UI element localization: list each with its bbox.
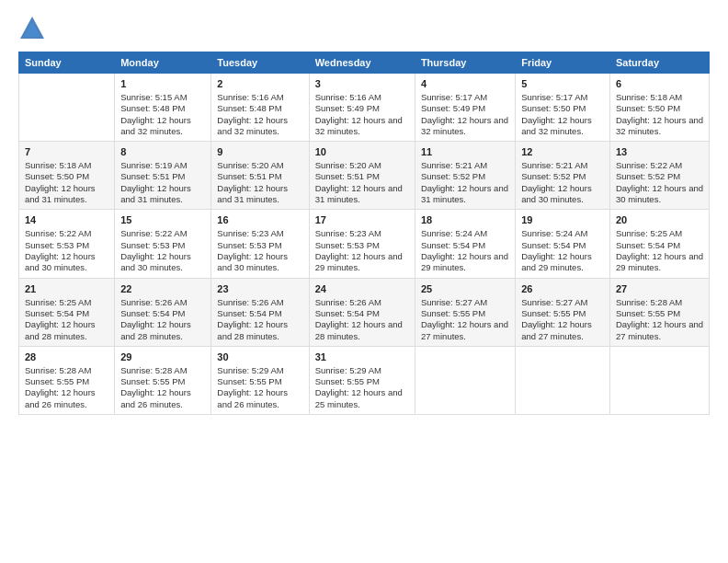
day-number: 25 xyxy=(421,282,509,296)
day-number: 9 xyxy=(217,145,302,159)
calendar-cell: 30Sunrise: 5:29 AMSunset: 5:55 PMDayligh… xyxy=(211,346,309,414)
day-number: 28 xyxy=(25,350,108,364)
calendar-cell: 3Sunrise: 5:16 AMSunset: 5:49 PMDaylight… xyxy=(309,74,415,142)
cell-info: Sunrise: 5:17 AMSunset: 5:50 PMDaylight:… xyxy=(521,92,604,137)
day-number: 26 xyxy=(521,282,604,296)
calendar-cell: 11Sunrise: 5:21 AMSunset: 5:52 PMDayligh… xyxy=(415,142,515,210)
cell-info: Sunrise: 5:17 AMSunset: 5:49 PMDaylight:… xyxy=(421,92,509,137)
day-number: 16 xyxy=(217,213,302,227)
weekday-header: Saturday xyxy=(609,52,709,74)
calendar-cell: 1Sunrise: 5:15 AMSunset: 5:48 PMDaylight… xyxy=(115,74,211,142)
logo xyxy=(18,15,50,42)
cell-info: Sunrise: 5:26 AMSunset: 5:54 PMDaylight:… xyxy=(217,297,302,342)
day-number: 6 xyxy=(616,77,703,91)
day-number: 19 xyxy=(521,213,604,227)
cell-info: Sunrise: 5:27 AMSunset: 5:55 PMDaylight:… xyxy=(421,297,509,342)
header-row: SundayMondayTuesdayWednesdayThursdayFrid… xyxy=(19,52,710,74)
calendar-cell: 27Sunrise: 5:28 AMSunset: 5:55 PMDayligh… xyxy=(609,278,709,346)
day-number: 22 xyxy=(120,282,205,296)
calendar-cell: 26Sunrise: 5:27 AMSunset: 5:55 PMDayligh… xyxy=(516,278,610,346)
cell-info: Sunrise: 5:16 AMSunset: 5:48 PMDaylight:… xyxy=(217,92,302,137)
day-number: 24 xyxy=(315,282,409,296)
calendar-week-row: 14Sunrise: 5:22 AMSunset: 5:53 PMDayligh… xyxy=(19,210,710,278)
cell-info: Sunrise: 5:16 AMSunset: 5:49 PMDaylight:… xyxy=(315,92,409,137)
calendar-week-row: 1Sunrise: 5:15 AMSunset: 5:48 PMDaylight… xyxy=(19,74,710,142)
calendar-cell: 5Sunrise: 5:17 AMSunset: 5:50 PMDaylight… xyxy=(516,74,610,142)
calendar-cell: 10Sunrise: 5:20 AMSunset: 5:51 PMDayligh… xyxy=(309,142,415,210)
weekday-header: Monday xyxy=(115,52,211,74)
day-number: 29 xyxy=(120,350,205,364)
day-number: 31 xyxy=(315,350,409,364)
day-number: 21 xyxy=(25,282,108,296)
calendar-cell xyxy=(415,346,515,414)
cell-info: Sunrise: 5:18 AMSunset: 5:50 PMDaylight:… xyxy=(25,160,108,205)
cell-info: Sunrise: 5:21 AMSunset: 5:52 PMDaylight:… xyxy=(521,160,604,205)
calendar-cell: 16Sunrise: 5:23 AMSunset: 5:53 PMDayligh… xyxy=(211,210,309,278)
calendar-cell: 13Sunrise: 5:22 AMSunset: 5:52 PMDayligh… xyxy=(609,142,709,210)
day-number: 7 xyxy=(25,145,108,159)
logo-icon xyxy=(18,15,46,42)
cell-info: Sunrise: 5:24 AMSunset: 5:54 PMDaylight:… xyxy=(521,228,604,273)
calendar-cell xyxy=(19,74,115,142)
day-number: 4 xyxy=(421,77,509,91)
calendar-cell: 24Sunrise: 5:26 AMSunset: 5:54 PMDayligh… xyxy=(309,278,415,346)
calendar-cell: 4Sunrise: 5:17 AMSunset: 5:49 PMDaylight… xyxy=(415,74,515,142)
cell-info: Sunrise: 5:25 AMSunset: 5:54 PMDaylight:… xyxy=(616,228,703,273)
cell-info: Sunrise: 5:18 AMSunset: 5:50 PMDaylight:… xyxy=(616,92,703,137)
cell-info: Sunrise: 5:20 AMSunset: 5:51 PMDaylight:… xyxy=(217,160,302,205)
cell-info: Sunrise: 5:26 AMSunset: 5:54 PMDaylight:… xyxy=(315,297,409,342)
calendar-cell: 28Sunrise: 5:28 AMSunset: 5:55 PMDayligh… xyxy=(19,346,115,414)
cell-info: Sunrise: 5:22 AMSunset: 5:53 PMDaylight:… xyxy=(25,228,108,273)
main-container: SundayMondayTuesdayWednesdayThursdayFrid… xyxy=(0,0,728,424)
cell-info: Sunrise: 5:15 AMSunset: 5:48 PMDaylight:… xyxy=(120,92,205,137)
calendar-cell xyxy=(516,346,610,414)
day-number: 18 xyxy=(421,213,509,227)
cell-info: Sunrise: 5:23 AMSunset: 5:53 PMDaylight:… xyxy=(315,228,409,273)
calendar-cell: 29Sunrise: 5:28 AMSunset: 5:55 PMDayligh… xyxy=(115,346,211,414)
day-number: 14 xyxy=(25,213,108,227)
calendar-cell: 18Sunrise: 5:24 AMSunset: 5:54 PMDayligh… xyxy=(415,210,515,278)
cell-info: Sunrise: 5:24 AMSunset: 5:54 PMDaylight:… xyxy=(421,228,509,273)
calendar-cell: 12Sunrise: 5:21 AMSunset: 5:52 PMDayligh… xyxy=(516,142,610,210)
cell-info: Sunrise: 5:21 AMSunset: 5:52 PMDaylight:… xyxy=(421,160,509,205)
day-number: 15 xyxy=(120,213,205,227)
day-number: 5 xyxy=(521,77,604,91)
calendar-cell: 25Sunrise: 5:27 AMSunset: 5:55 PMDayligh… xyxy=(415,278,515,346)
calendar-table: SundayMondayTuesdayWednesdayThursdayFrid… xyxy=(18,52,710,415)
day-number: 3 xyxy=(315,77,409,91)
weekday-header: Wednesday xyxy=(309,52,415,74)
cell-info: Sunrise: 5:23 AMSunset: 5:53 PMDaylight:… xyxy=(217,228,302,273)
weekday-header: Sunday xyxy=(19,52,115,74)
day-number: 20 xyxy=(616,213,703,227)
calendar-cell: 31Sunrise: 5:29 AMSunset: 5:55 PMDayligh… xyxy=(309,346,415,414)
calendar-cell: 2Sunrise: 5:16 AMSunset: 5:48 PMDaylight… xyxy=(211,74,309,142)
day-number: 30 xyxy=(217,350,302,364)
weekday-header: Thursday xyxy=(415,52,515,74)
calendar-week-row: 28Sunrise: 5:28 AMSunset: 5:55 PMDayligh… xyxy=(19,346,710,414)
header xyxy=(18,15,710,42)
cell-info: Sunrise: 5:29 AMSunset: 5:55 PMDaylight:… xyxy=(315,365,409,410)
calendar-week-row: 21Sunrise: 5:25 AMSunset: 5:54 PMDayligh… xyxy=(19,278,710,346)
weekday-header: Tuesday xyxy=(211,52,309,74)
cell-info: Sunrise: 5:22 AMSunset: 5:53 PMDaylight:… xyxy=(120,228,205,273)
cell-info: Sunrise: 5:28 AMSunset: 5:55 PMDaylight:… xyxy=(120,365,205,410)
day-number: 27 xyxy=(616,282,703,296)
calendar-cell: 15Sunrise: 5:22 AMSunset: 5:53 PMDayligh… xyxy=(115,210,211,278)
calendar-cell: 14Sunrise: 5:22 AMSunset: 5:53 PMDayligh… xyxy=(19,210,115,278)
cell-info: Sunrise: 5:28 AMSunset: 5:55 PMDaylight:… xyxy=(25,365,108,410)
calendar-cell xyxy=(609,346,709,414)
cell-info: Sunrise: 5:27 AMSunset: 5:55 PMDaylight:… xyxy=(521,297,604,342)
calendar-cell: 23Sunrise: 5:26 AMSunset: 5:54 PMDayligh… xyxy=(211,278,309,346)
day-number: 1 xyxy=(120,77,205,91)
day-number: 10 xyxy=(315,145,409,159)
day-number: 12 xyxy=(521,145,604,159)
cell-info: Sunrise: 5:26 AMSunset: 5:54 PMDaylight:… xyxy=(120,297,205,342)
day-number: 17 xyxy=(315,213,409,227)
day-number: 11 xyxy=(421,145,509,159)
calendar-cell: 21Sunrise: 5:25 AMSunset: 5:54 PMDayligh… xyxy=(19,278,115,346)
calendar-cell: 22Sunrise: 5:26 AMSunset: 5:54 PMDayligh… xyxy=(115,278,211,346)
calendar-cell: 8Sunrise: 5:19 AMSunset: 5:51 PMDaylight… xyxy=(115,142,211,210)
day-number: 2 xyxy=(217,77,302,91)
cell-info: Sunrise: 5:25 AMSunset: 5:54 PMDaylight:… xyxy=(25,297,108,342)
day-number: 13 xyxy=(616,145,703,159)
